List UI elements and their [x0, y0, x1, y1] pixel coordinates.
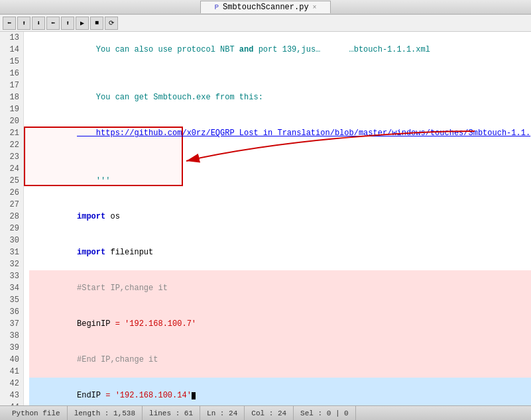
- toolbar: ⬅ ⬆ ⬇ ⬅ ⬆ ▶ ■ ⟳: [0, 15, 531, 32]
- code-line-19: import os: [29, 199, 531, 235]
- code-line-21: #Start IP,change it: [29, 270, 531, 306]
- toolbar-btn-5[interactable]: ⬆: [61, 17, 74, 30]
- title-bar: P SmbtouchScanner.py ×: [0, 0, 531, 15]
- col-status: Col : 24: [245, 406, 294, 420]
- line-numbers: 13 14 15 16 17 18 19 20 21 22 23 24 25 2…: [0, 32, 24, 405]
- tab-filename: SmbtouchScanner.py: [223, 3, 309, 12]
- ln-39: 39: [4, 342, 19, 354]
- ln-23: 23: [4, 151, 19, 163]
- length-status: length : 1,538: [68, 406, 143, 420]
- ln-41: 41: [4, 366, 19, 378]
- code-relative-wrapper[interactable]: You can also use protocol NBT and port 1…: [24, 32, 531, 405]
- ln-35: 35: [4, 294, 19, 306]
- ln-13: 13: [4, 32, 19, 44]
- sel-status: Sel : 0 | 0: [294, 406, 356, 420]
- ln-37: 37: [4, 318, 19, 330]
- ln-38: 38: [4, 330, 19, 342]
- ln-14: 14: [4, 44, 19, 56]
- code-line-18: ''': [29, 163, 531, 199]
- toolbar-btn-3[interactable]: ⬇: [32, 17, 45, 30]
- ln-25: 25: [4, 175, 19, 187]
- ln-40: 40: [4, 354, 19, 366]
- toolbar-btn-6[interactable]: ▶: [76, 17, 89, 30]
- ln-18: 18: [4, 91, 19, 103]
- ln-19: 19: [4, 103, 19, 115]
- ln-44: 44: [4, 401, 19, 405]
- toolbar-btn-7[interactable]: ■: [90, 17, 103, 30]
- code-line-15: You can get Smbtouch.exe from this:: [29, 79, 531, 115]
- ln-26: 26: [4, 187, 19, 199]
- ln-17: 17: [4, 79, 19, 91]
- ln-27: 27: [4, 199, 19, 211]
- ln-22: 22: [4, 139, 19, 151]
- code-area: 13 14 15 16 17 18 19 20 21 22 23 24 25 2…: [0, 32, 531, 405]
- toolbar-btn-2[interactable]: ⬆: [17, 17, 30, 30]
- ln-21: 21: [4, 127, 19, 139]
- ln-15: 15: [4, 56, 19, 68]
- toolbar-btn-4[interactable]: ⬅: [46, 17, 60, 30]
- ln-status: Ln : 24: [200, 406, 245, 420]
- lines-status: lines : 61: [143, 406, 200, 420]
- ln-42: 42: [4, 378, 19, 390]
- code-line-20: import fileinput: [29, 235, 531, 270]
- code-line-23: #End IP,change it: [29, 342, 531, 378]
- ln-33: 33: [4, 270, 19, 282]
- ln-32: 32: [4, 258, 19, 270]
- ln-16: 16: [4, 68, 19, 79]
- ln-29: 29: [4, 223, 19, 235]
- editor-container: 13 14 15 16 17 18 19 20 21 22 23 24 25 2…: [0, 32, 531, 405]
- file-type-status: Python file: [5, 406, 68, 420]
- status-bar: Python file length : 1,538 lines : 61 Ln…: [0, 405, 531, 420]
- ln-36: 36: [4, 306, 19, 318]
- tab-icon: P: [214, 3, 219, 11]
- code-line-13: You can also use protocol NBT and port 1…: [29, 32, 531, 68]
- ln-31: 31: [4, 246, 19, 258]
- ln-43: 43: [4, 390, 19, 401]
- code-line-14: [29, 68, 531, 79]
- code-line-22: BeginIP = '192.168.100.7': [29, 306, 531, 342]
- code-line-16: https://github.com/x0rz/EQGRP_Lost_in_Tr…: [29, 115, 531, 151]
- toolbar-btn-1[interactable]: ⬅: [3, 17, 16, 30]
- close-tab-icon[interactable]: ×: [313, 4, 317, 11]
- ln-24: 24: [4, 163, 19, 175]
- file-tab[interactable]: P SmbtouchScanner.py ×: [200, 1, 330, 13]
- ln-34: 34: [4, 282, 19, 294]
- ln-20: 20: [4, 115, 19, 127]
- code-content[interactable]: You can also use protocol NBT and port 1…: [24, 32, 531, 405]
- toolbar-btn-8[interactable]: ⟳: [105, 17, 118, 30]
- code-line-24: EndIP = '192.168.100.14': [29, 378, 531, 405]
- ln-28: 28: [4, 211, 19, 223]
- code-line-17: [29, 151, 531, 163]
- ln-30: 30: [4, 235, 19, 246]
